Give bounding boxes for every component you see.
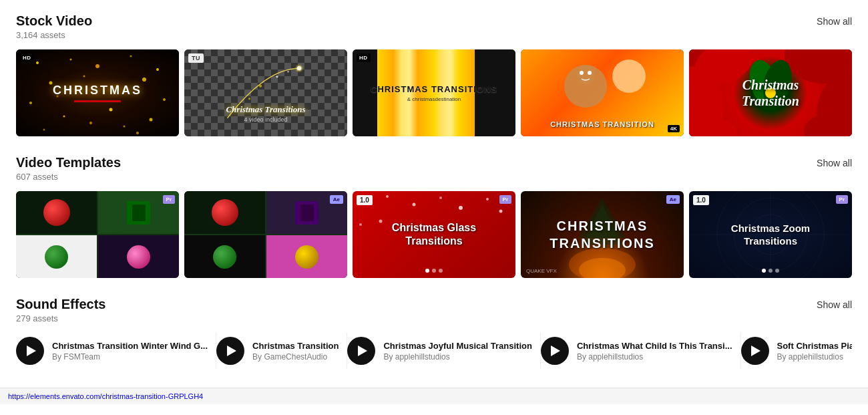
video-template-card-2[interactable]: Ae (184, 191, 347, 278)
dot-5-2 (769, 269, 773, 273)
template1-sw-badge: Pr (163, 195, 175, 204)
svg-point-12 (163, 98, 166, 101)
sound-effects-row: Christmas Transition Winter Wind G... By… (16, 333, 852, 369)
template3-label-group: Christmas GlassTransitions (380, 209, 488, 260)
page-container: Stock Video 3,164 assets Show all (0, 0, 868, 369)
card2-title: Christmas Transitions (184, 104, 347, 115)
card2-subtitle: 4 video included (184, 116, 347, 123)
template5-label-group: Christmas ZoomTransitions (719, 210, 822, 260)
sound-item-1[interactable]: Christmas Transition Winter Wind G... By… (16, 333, 216, 369)
template3-title: Christmas GlassTransitions (387, 216, 481, 253)
sound-author-2: By GameChestAudio (252, 352, 339, 362)
stock-video-show-all[interactable]: Show all (817, 13, 852, 27)
dot-5-3 (775, 269, 779, 273)
svg-point-28 (588, 71, 592, 75)
svg-point-27 (580, 71, 584, 75)
status-bar: https://elements.envato.com/christmas-tr… (0, 388, 868, 404)
svg-point-9 (29, 102, 32, 104)
card1-badge: HD (20, 53, 34, 62)
ornament-cell-7 (184, 235, 265, 278)
play-button-5[interactable] (741, 337, 769, 365)
sound-effects-count: 279 assets (16, 313, 105, 323)
stock-video-card-3[interactable]: CHRISTMAS TRANSITIONS & christmasdestina… (353, 49, 515, 136)
video-template-card-3[interactable]: Christmas GlassTransitions 1.0 Pr (353, 191, 515, 278)
svg-point-11 (110, 108, 113, 112)
stock-video-card-1[interactable]: CHRISTMAS HD (16, 49, 179, 136)
dot-3 (439, 269, 443, 273)
sound-info-1: Christmas Transition Winter Wind G... By… (52, 341, 208, 362)
sound-item-4[interactable]: Christmas What Child Is This Transi... B… (541, 333, 741, 369)
purple-box (295, 201, 318, 225)
dot-1 (425, 269, 429, 273)
svg-point-16 (150, 118, 153, 122)
play-icon-3 (358, 345, 367, 356)
ornament-grid-2 (184, 191, 347, 278)
video-template-card-1[interactable]: Pr (16, 191, 179, 278)
stock-video-header: Stock Video 3,164 assets Show all (16, 13, 852, 40)
video-templates-title: Video Templates (16, 155, 121, 170)
svg-point-2 (95, 64, 99, 68)
svg-point-3 (130, 55, 132, 57)
card-bg-1: CHRISTMAS HD (16, 49, 179, 136)
card-bg-4: CHRISTMAS TRANSITION 4K (521, 49, 684, 136)
video-templates-title-group: Video Templates 607 assets (16, 155, 121, 182)
stock-video-card-4[interactable]: CHRISTMAS TRANSITION 4K (521, 49, 684, 136)
stock-video-card-2[interactable]: Christmas Transitions 4 video included T… (184, 49, 347, 136)
video-templates-show-all[interactable]: Show all (817, 155, 852, 168)
svg-point-5 (49, 82, 53, 85)
play-button-2[interactable] (216, 337, 244, 365)
stock-video-card-5[interactable]: ChristmasTransition (689, 49, 852, 136)
template4-sw-badge: Ae (666, 195, 680, 204)
dot-5-1 (762, 269, 766, 273)
play-button-1[interactable] (16, 337, 44, 365)
dot-2 (432, 269, 436, 273)
svg-point-0 (36, 61, 39, 64)
sound-info-3: Christmas Joyful Musical Transition By a… (383, 341, 532, 362)
svg-point-17 (43, 129, 45, 131)
svg-point-4 (156, 68, 159, 71)
video-template-card-4[interactable]: CHRISTMASTRANSITIONS Ae QUAKE VFX (521, 191, 684, 278)
svg-point-13 (63, 116, 65, 118)
template5-version: 1.0 (693, 195, 709, 205)
sound-title-5: Soft Christmas Piano Transition (777, 341, 853, 351)
svg-point-40 (386, 195, 389, 198)
template-bg-5: Christmas ZoomTransitions 1.0 Pr (689, 191, 852, 278)
svg-point-14 (89, 122, 92, 124)
ornament-cell-4 (98, 235, 179, 278)
svg-point-20 (296, 65, 301, 70)
play-button-3[interactable] (347, 337, 375, 365)
stock-video-count: 3,164 assets (16, 30, 92, 40)
template4-watermark: QUAKE VFX (526, 268, 557, 274)
play-icon-5 (751, 345, 761, 356)
svg-point-44 (486, 198, 489, 200)
ornament-ball-pink-1 (127, 245, 150, 269)
sound-item-5[interactable]: Soft Christmas Piano Transition By apple… (741, 333, 853, 369)
ornament-grid-1 (16, 191, 179, 278)
card4-title: CHRISTMAS TRANSITION (521, 120, 684, 128)
sound-item-3[interactable]: Christmas Joyful Musical Transition By a… (347, 333, 541, 369)
template-bg-2: Ae (184, 191, 347, 278)
svg-point-1 (70, 59, 72, 61)
template2-sw-badge: Ae (330, 195, 343, 204)
ornament-cell-1 (16, 191, 97, 234)
sound-item-2[interactable]: Christmas Transition By GameChestAudio (216, 333, 347, 369)
play-button-4[interactable] (541, 337, 569, 365)
video-template-card-5[interactable]: Christmas ZoomTransitions 1.0 Pr (689, 191, 852, 278)
sound-effects-title-group: Sound Effects 279 assets (16, 297, 105, 323)
template3-version: 1.0 (357, 195, 373, 205)
svg-point-15 (124, 126, 126, 128)
card-bg-2: Christmas Transitions 4 video included T… (184, 49, 347, 136)
purple-box-inner (300, 204, 314, 221)
christmas-label-group: CHRISTMAS (53, 84, 142, 102)
ornament-ball-red-1 (43, 199, 70, 226)
template3-dots (425, 269, 443, 273)
video-templates-cards-row: Pr (16, 191, 852, 278)
sound-info-5: Soft Christmas Piano Transition By apple… (777, 341, 853, 362)
sound-effects-header: Sound Effects 279 assets Show all (16, 297, 852, 323)
template5-title: Christmas ZoomTransitions (726, 217, 815, 253)
card2-badge: TU (188, 53, 204, 63)
card5-label-group: ChristmasTransition (742, 77, 799, 109)
sound-info-2: Christmas Transition By GameChestAudio (252, 341, 339, 362)
sound-effects-show-all[interactable]: Show all (817, 297, 852, 310)
template-bg-4: CHRISTMASTRANSITIONS Ae QUAKE VFX (521, 191, 684, 278)
